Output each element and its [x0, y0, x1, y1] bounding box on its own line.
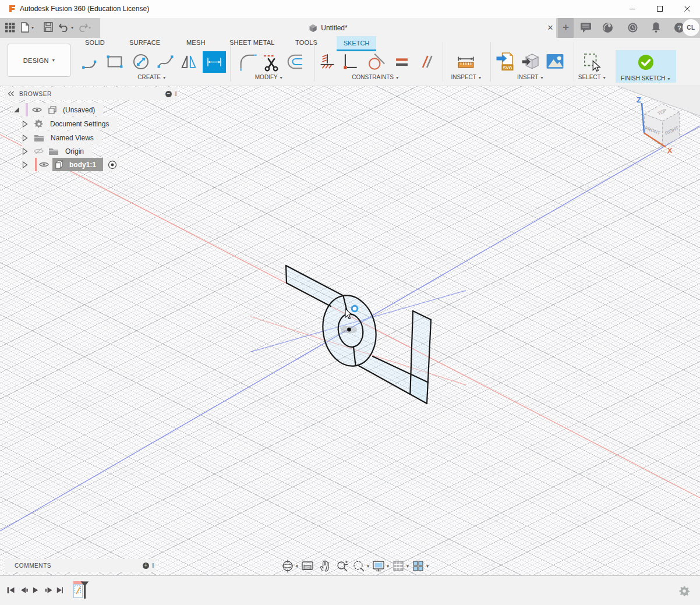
step-back-icon[interactable] [26, 589, 27, 592]
a360-icon[interactable] [602, 22, 613, 33]
pan-icon[interactable] [318, 559, 332, 573]
document-tab[interactable]: Untitled* [100, 18, 556, 38]
grid-settings-caret[interactable]: ▾ [406, 564, 409, 569]
finish-sketch-label[interactable]: FINISH SKETCH ▼ [616, 75, 676, 82]
look-at-icon[interactable] [300, 559, 314, 573]
grid-settings-icon[interactable] [391, 559, 405, 573]
snap-point-marker[interactable] [352, 306, 358, 312]
create-rectangle-icon[interactable] [105, 51, 125, 72]
timeline-settings-gear-icon[interactable] [678, 585, 690, 596]
visibility-eye-icon[interactable] [32, 107, 42, 113]
display-settings-caret[interactable]: ▾ [387, 564, 389, 569]
browser-minimize-icon[interactable]: − [165, 91, 172, 97]
browser-panel-header[interactable]: BROWSER − ‖ [5, 87, 178, 100]
activate-body-radio-icon[interactable] [108, 160, 117, 169]
close-button[interactable] [674, 0, 700, 17]
browser-item-named-views[interactable]: Named Views [22, 131, 102, 144]
app-grid-icon[interactable] [5, 23, 15, 33]
comments-panel-header[interactable]: COMMENTS + ‖ [5, 559, 155, 572]
browser-item-origin[interactable]: Origin [22, 144, 92, 158]
file-menu-icon[interactable] [21, 22, 29, 33]
step-forward-icon[interactable] [45, 589, 47, 592]
finish-sketch-check-icon[interactable] [638, 54, 654, 70]
redo-caret[interactable]: ▾ [89, 25, 91, 30]
browser-item-document-settings[interactable]: Document Settings [22, 117, 117, 130]
modify-fillet-icon[interactable] [238, 51, 257, 72]
save-icon[interactable] [44, 22, 53, 32]
collapse-arrow-icon[interactable] [22, 161, 28, 168]
tab-close-icon[interactable]: ✕ [545, 23, 556, 33]
ribbon-tab-surface[interactable]: SURFACE [129, 39, 160, 48]
create-group-label[interactable]: CREATE ▼ [123, 74, 181, 80]
visibility-eye-icon[interactable] [39, 161, 49, 168]
step-forward-icon[interactable] [48, 587, 52, 593]
minimize-button[interactable] [619, 0, 646, 17]
constraint-horizontal-vertical-icon[interactable] [317, 51, 337, 72]
constraint-tangent-icon[interactable] [366, 51, 386, 72]
select-group-label[interactable]: SELECT ▼ [563, 74, 621, 80]
sketch-origin-point[interactable] [347, 328, 351, 332]
insert-svg-icon[interactable]: SVG [495, 51, 515, 72]
collapse-arrow-icon[interactable] [22, 148, 28, 155]
display-settings-icon[interactable] [372, 559, 386, 573]
zoom-icon[interactable] [335, 559, 349, 573]
comments-icon[interactable] [580, 22, 592, 33]
sketch-dimension-icon[interactable] [203, 51, 226, 73]
fit-icon[interactable] [352, 559, 366, 573]
create-circle-icon[interactable] [131, 51, 151, 72]
fit-caret[interactable]: ▾ [367, 564, 369, 569]
viewports-icon[interactable] [411, 559, 425, 573]
undo-caret[interactable]: ▾ [71, 25, 73, 30]
browser-collapse-icon[interactable] [8, 91, 14, 96]
visibility-off-eye-icon[interactable] [34, 147, 44, 155]
comments-add-icon[interactable]: + [143, 562, 149, 569]
file-menu-caret[interactable]: ▾ [31, 25, 34, 30]
modify-trim-icon[interactable] [261, 51, 281, 72]
viewports-caret[interactable]: ▾ [426, 564, 429, 569]
browser-item-body[interactable]: body1:1 [22, 158, 119, 171]
redo-icon[interactable] [77, 23, 88, 32]
notifications-bell-icon[interactable] [650, 22, 662, 33]
skip-to-end-icon[interactable] [57, 587, 62, 593]
ribbon-tab-sketch-active[interactable]: SKETCH [337, 36, 376, 51]
play-icon[interactable] [33, 587, 38, 593]
orbit-icon[interactable] [281, 559, 295, 573]
modify-offset-icon[interactable] [285, 51, 305, 72]
selected-body-highlight[interactable]: body1:1 [52, 158, 103, 171]
ribbon-tab-mesh[interactable]: MESH [186, 39, 206, 48]
collapse-arrow-icon[interactable] [22, 135, 28, 141]
browser-item-document[interactable]: (Unsaved) [13, 103, 103, 116]
constraints-group-label[interactable]: CONSTRAINTS ▼ [347, 74, 405, 80]
skip-to-start-icon[interactable] [9, 587, 14, 593]
collapse-arrow-icon[interactable] [22, 121, 28, 128]
select-tool-icon[interactable] [582, 51, 602, 72]
workspace-selector[interactable]: DESIGN ▾ [8, 44, 70, 77]
maximize-button[interactable] [646, 0, 673, 17]
insert-mesh-icon[interactable] [521, 51, 540, 72]
job-status-icon[interactable] [627, 22, 638, 33]
create-spline-icon[interactable] [155, 51, 175, 72]
expand-arrow-icon[interactable] [13, 106, 20, 114]
step-back-icon[interactable] [21, 587, 26, 593]
inspect-group-label[interactable]: INSPECT ▼ [437, 74, 496, 80]
browser-grip-icon[interactable]: ‖ [175, 91, 176, 97]
modify-group-label[interactable]: MODIFY ▼ [240, 74, 298, 80]
comments-grip-icon[interactable]: ‖ [152, 562, 154, 569]
new-tab-button[interactable]: + [558, 18, 574, 38]
ribbon-tab-sheetmetal[interactable]: SHEET METAL [229, 39, 275, 48]
constraint-parallel-icon[interactable] [417, 51, 437, 72]
insert-canvas-icon[interactable] [545, 51, 565, 72]
constraint-equal-icon[interactable] [392, 51, 412, 72]
insert-group-label[interactable]: INSERT ▼ [501, 74, 560, 80]
create-line-icon[interactable] [81, 51, 101, 72]
skip-to-start-icon[interactable] [8, 587, 9, 593]
inspect-measure-icon[interactable] [456, 51, 476, 72]
ribbon-tab-solid[interactable]: SOLID [85, 39, 105, 48]
orbit-caret[interactable]: ▾ [296, 564, 298, 569]
create-mirror-icon[interactable] [179, 51, 199, 72]
undo-icon[interactable] [59, 23, 69, 32]
skip-to-end-icon[interactable] [62, 587, 63, 593]
timeline-position-marker[interactable] [80, 581, 89, 599]
user-avatar[interactable]: CL [683, 19, 699, 36]
constraint-coincident-icon[interactable] [340, 51, 359, 72]
